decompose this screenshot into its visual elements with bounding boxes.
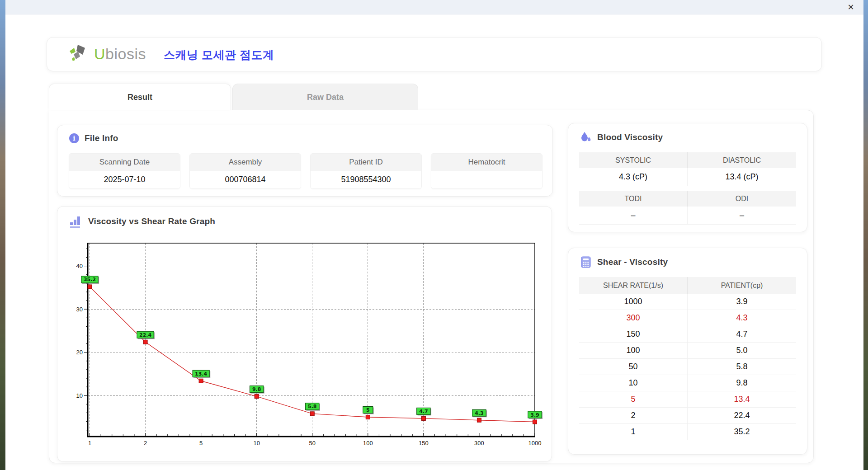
tab-result[interactable]: Result	[49, 84, 231, 110]
systolic-header: SYSTOLIC	[579, 152, 688, 168]
table-row: 222.4	[579, 408, 796, 424]
field-assembly: Assembly 000706814	[189, 153, 301, 189]
table-row: 135.2	[579, 424, 796, 440]
shear-rate-cell: 50	[579, 359, 688, 375]
shear-rate-cell: 1	[579, 424, 688, 440]
svg-text:100: 100	[363, 440, 373, 446]
field-patient-id: Patient ID 51908554300	[310, 153, 422, 189]
patient-viscosity-cell: 5.8	[688, 359, 796, 375]
shear-rate-cell: 150	[579, 326, 688, 343]
info-icon: i	[69, 133, 79, 143]
table-row: 505.8	[579, 359, 796, 375]
field-value: 000706814	[190, 171, 301, 188]
app-title-korean: 스캐닝 모세관 점도계	[164, 47, 274, 62]
blood-viscosity-panel: Blood Viscosity SYSTOLIC DIASTOLIC 4.3 (…	[568, 123, 807, 232]
table-row: 1504.7	[579, 326, 796, 343]
app-window: ✕ Ubiosis 스캐닝 모세관 점도계 Result Raw Data i …	[5, 0, 863, 470]
shear-viscosity-title: Shear - Viscosity	[597, 257, 668, 267]
svg-text:9.8: 9.8	[252, 386, 261, 392]
shear-rate-cell: 5	[579, 391, 688, 408]
viscosity-graph-panel: Viscosity vs Shear Rate Graph 1020304012…	[57, 206, 552, 462]
shear-viscosity-table-body: 10003.93004.31504.71005.0505.8109.8513.4…	[579, 294, 796, 440]
svg-text:1000: 1000	[528, 440, 542, 446]
odi-header: ODI	[688, 191, 796, 207]
field-label: Scanning Date	[69, 154, 180, 171]
svg-text:10: 10	[253, 440, 259, 446]
svg-text:30: 30	[76, 306, 83, 313]
patient-viscosity-cell: 5.0	[688, 343, 796, 359]
svg-text:50: 50	[309, 440, 316, 446]
field-label: Assembly	[190, 154, 301, 171]
calculator-icon	[580, 256, 592, 268]
shear-rate-column-header: SHEAR RATE(1/s)	[579, 277, 688, 294]
shear-viscosity-table: SHEAR RATE(1/s) PATIENT(cp) 10003.93004.…	[579, 277, 796, 440]
header-card: Ubiosis 스캐닝 모세관 점도계	[47, 37, 822, 71]
patient-viscosity-cell: 4.7	[688, 326, 796, 343]
svg-text:150: 150	[419, 440, 429, 446]
field-hematocrit: Hematocrit	[431, 153, 542, 189]
file-info-panel: i File Info Scanning Date 2025-07-10 Ass…	[57, 125, 553, 197]
shear-viscosity-panel: Shear - Viscosity SHEAR RATE(1/s) PATIEN…	[568, 248, 807, 455]
tab-raw-data[interactable]: Raw Data	[232, 84, 418, 110]
svg-text:5: 5	[366, 407, 370, 413]
svg-text:1: 1	[88, 440, 91, 446]
svg-text:4.3: 4.3	[475, 410, 484, 416]
svg-text:300: 300	[474, 440, 484, 446]
file-info-fields: Scanning Date 2025-07-10 Assembly 000706…	[69, 153, 542, 189]
logo-text: Ubiosis	[94, 45, 146, 63]
shear-rate-cell: 2	[579, 408, 688, 424]
svg-text:5: 5	[199, 440, 203, 446]
svg-text:4.7: 4.7	[419, 409, 428, 414]
svg-text:40: 40	[76, 263, 83, 269]
systolic-value: 4.3 (cP)	[579, 168, 688, 186]
shear-rate-cell: 100	[579, 343, 688, 359]
blood-viscosity-table: SYSTOLIC DIASTOLIC 4.3 (cP) 13.4 (cP) TO…	[579, 152, 796, 225]
table-row: 10003.9	[579, 294, 796, 310]
field-value: 51908554300	[311, 171, 421, 188]
patient-viscosity-cell: 22.4	[688, 408, 796, 424]
file-info-title: File Info	[85, 133, 118, 143]
shear-rate-cell: 300	[579, 310, 688, 326]
field-value: 2025-07-10	[69, 171, 180, 188]
todi-header: TODI	[579, 191, 688, 207]
logo-text-rest: biosis	[105, 45, 146, 62]
svg-text:20: 20	[76, 349, 83, 356]
patient-column-header: PATIENT(cp)	[688, 277, 796, 294]
diastolic-value: 13.4 (cP)	[688, 168, 796, 186]
ubiosis-logo-icon	[70, 45, 90, 63]
svg-text:22.4: 22.4	[139, 332, 151, 338]
window-titlebar: ✕	[5, 0, 863, 14]
svg-text:5.8: 5.8	[308, 404, 317, 409]
table-row: 513.4	[579, 391, 796, 408]
table-row: 1005.0	[579, 343, 796, 359]
patient-viscosity-cell: 9.8	[688, 375, 796, 391]
diastolic-header: DIASTOLIC	[688, 152, 796, 168]
table-row: 109.8	[579, 375, 796, 391]
shear-rate-cell: 1000	[579, 294, 688, 310]
field-value	[431, 171, 542, 188]
svg-text:13.4: 13.4	[195, 371, 207, 377]
viscosity-shear-chart: 102030401251050100150300100035.222.413.4…	[57, 207, 552, 462]
patient-viscosity-cell: 35.2	[688, 424, 796, 440]
patient-viscosity-cell: 13.4	[688, 391, 796, 408]
svg-text:2: 2	[144, 440, 147, 446]
svg-text:35.2: 35.2	[84, 277, 96, 282]
table-row: 3004.3	[579, 310, 796, 326]
blood-drop-icon	[580, 132, 592, 143]
close-icon[interactable]: ✕	[845, 2, 856, 12]
svg-text:3.9: 3.9	[530, 412, 539, 418]
logo: Ubiosis	[70, 45, 146, 63]
blood-viscosity-title: Blood Viscosity	[597, 132, 663, 142]
svg-text:10: 10	[76, 392, 83, 399]
field-label: Hematocrit	[431, 154, 542, 171]
patient-viscosity-cell: 3.9	[688, 294, 796, 310]
patient-viscosity-cell: 4.3	[688, 310, 796, 326]
odi-value: –	[688, 207, 796, 225]
shear-rate-cell: 10	[579, 375, 688, 391]
field-scanning-date: Scanning Date 2025-07-10	[69, 153, 180, 189]
todi-value: –	[579, 207, 688, 225]
logo-text-u: U	[94, 45, 105, 62]
field-label: Patient ID	[311, 154, 421, 171]
